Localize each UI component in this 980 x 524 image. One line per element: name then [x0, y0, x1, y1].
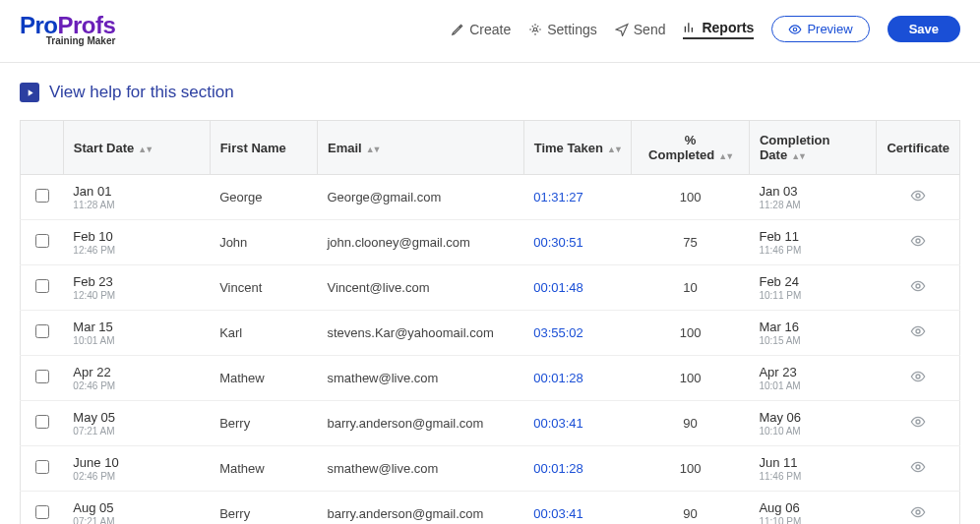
svg-point-9 — [916, 510, 920, 514]
start-date: Feb 10 — [73, 229, 112, 244]
view-certificate-icon[interactable] — [910, 508, 926, 523]
table-row: Feb 1012:46 PMJohnjohn.clooney@gmail.com… — [21, 220, 960, 265]
save-button[interactable]: Save — [888, 16, 960, 42]
completion-time: 11:10 PM — [759, 516, 866, 524]
help-link[interactable]: View help for this section — [0, 63, 980, 120]
header-pct-completed[interactable]: % Completed▲▼ — [632, 121, 750, 175]
time-taken-link[interactable]: 00:03:41 — [533, 506, 583, 521]
cell-email: john.clooney@gmail.com — [317, 220, 523, 265]
svg-point-7 — [916, 420, 920, 424]
cell-first-name: Vincent — [210, 265, 317, 311]
completion-date: Jun 11 — [759, 455, 797, 470]
row-checkbox-cell — [21, 220, 64, 265]
preview-button[interactable]: Preview — [771, 16, 869, 42]
header-completion-date[interactable]: Completion Date▲▼ — [749, 121, 876, 175]
top-nav: Create Settings Send Reports Preview — [451, 16, 960, 42]
row-checkbox[interactable] — [35, 460, 49, 474]
cell-pct-completed: 90 — [632, 492, 750, 525]
cell-completion-date: Apr 2310:01 AM — [749, 356, 876, 401]
nav-settings[interactable]: Settings — [528, 22, 597, 37]
svg-point-5 — [916, 329, 920, 333]
start-date: Mar 15 — [73, 320, 112, 334]
time-taken-link[interactable]: 01:31:27 — [533, 190, 583, 204]
cell-first-name: Mathew — [210, 446, 317, 492]
reports-icon — [683, 21, 697, 34]
start-time: 11:28 AM — [73, 200, 200, 210]
reports-table: Start Date▲▼ First Name Email▲▼ Time Tak… — [20, 120, 960, 524]
nav-reports[interactable]: Reports — [683, 20, 754, 39]
header-time-taken[interactable]: Time Taken▲▼ — [523, 121, 631, 175]
time-taken-link[interactable]: 00:30:51 — [533, 235, 583, 250]
logo-part1: Pro — [20, 12, 58, 38]
help-label: View help for this section — [49, 83, 234, 102]
cell-certificate — [877, 175, 960, 220]
logo-part2: Profs — [58, 12, 116, 38]
cell-completion-date: Mar 1610:15 AM — [749, 311, 876, 356]
row-checkbox[interactable] — [35, 370, 49, 383]
table-row: Jan 0111:28 AMGeorgeGeorge@gmail.com01:3… — [21, 175, 960, 220]
time-taken-link[interactable]: 00:03:41 — [533, 416, 583, 431]
nav-reports-label: Reports — [702, 20, 754, 35]
header-email[interactable]: Email▲▼ — [317, 121, 523, 175]
completion-date: May 06 — [759, 410, 801, 425]
header-start-date[interactable]: Start Date▲▼ — [63, 121, 210, 175]
time-taken-link[interactable]: 00:01:28 — [533, 371, 583, 385]
row-checkbox[interactable] — [35, 505, 49, 519]
svg-point-4 — [916, 284, 920, 288]
table-row: Mar 1510:01 AMKarlstevens.Kar@yahoomail.… — [21, 311, 960, 356]
preview-label: Preview — [807, 22, 852, 36]
row-checkbox[interactable] — [35, 279, 49, 293]
cell-first-name: George — [210, 175, 317, 220]
cell-email: smathew@live.com — [317, 356, 523, 401]
header-checkbox — [21, 121, 64, 175]
start-time: 12:46 PM — [73, 245, 200, 256]
svg-point-3 — [916, 239, 920, 243]
svg-point-6 — [916, 375, 920, 378]
start-date: June 10 — [73, 455, 118, 470]
cell-pct-completed: 100 — [632, 311, 750, 356]
time-taken-link[interactable]: 00:01:28 — [533, 461, 583, 476]
nav-send-label: Send — [634, 22, 666, 37]
cell-completion-date: Jan 0311:28 AM — [749, 175, 876, 220]
row-checkbox[interactable] — [35, 324, 49, 338]
sort-icon: ▲▼ — [138, 145, 152, 154]
completion-time: 10:15 AM — [759, 335, 866, 346]
row-checkbox[interactable] — [35, 189, 49, 203]
cell-time-taken: 00:01:28 — [523, 356, 631, 401]
row-checkbox-cell — [21, 446, 64, 492]
time-taken-link[interactable]: 03:55:02 — [533, 325, 583, 340]
view-certificate-icon[interactable] — [910, 192, 926, 206]
view-certificate-icon[interactable] — [910, 282, 926, 297]
header-first-name[interactable]: First Name — [210, 121, 317, 175]
cell-email: George@gmail.com — [317, 175, 523, 220]
view-certificate-icon[interactable] — [910, 327, 926, 342]
view-certificate-icon[interactable] — [910, 373, 926, 387]
view-certificate-icon[interactable] — [910, 463, 926, 478]
row-checkbox[interactable] — [35, 234, 49, 248]
start-date: Apr 22 — [73, 365, 110, 379]
sort-icon: ▲▼ — [791, 151, 805, 161]
eye-icon — [788, 23, 802, 36]
row-checkbox[interactable] — [35, 415, 49, 429]
play-icon — [20, 83, 39, 102]
cell-pct-completed: 100 — [632, 175, 750, 220]
view-certificate-icon[interactable] — [910, 237, 926, 252]
cell-email: barry.anderson@gmail.com — [317, 492, 523, 525]
cell-time-taken: 03:55:02 — [523, 311, 631, 356]
nav-send[interactable]: Send — [615, 22, 666, 37]
cell-certificate — [877, 446, 960, 492]
cell-pct-completed: 90 — [632, 401, 750, 446]
cell-start-date: Aug 0507:21 AM — [63, 492, 210, 525]
time-taken-link[interactable]: 00:01:48 — [533, 280, 583, 295]
start-date: Aug 05 — [73, 500, 113, 515]
cell-completion-date: Aug 0611:10 PM — [749, 492, 876, 525]
svg-point-0 — [533, 28, 537, 31]
completion-time: 11:28 AM — [759, 200, 866, 210]
cell-first-name: Mathew — [210, 356, 317, 401]
logo: ProProfs Training Maker — [20, 12, 115, 46]
view-certificate-icon[interactable] — [910, 418, 926, 433]
header-certificate[interactable]: Certificate — [877, 121, 960, 175]
send-icon — [615, 23, 629, 36]
nav-create[interactable]: Create — [451, 22, 511, 37]
pencil-icon — [451, 23, 464, 36]
